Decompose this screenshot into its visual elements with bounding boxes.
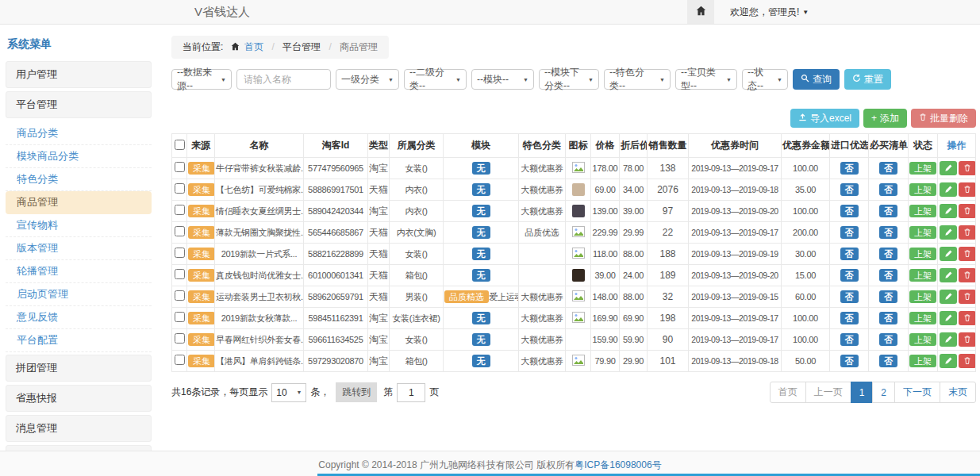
- imported-toggle[interactable]: 否: [840, 162, 859, 175]
- filter-select-4[interactable]: --模块下分类--▼: [539, 69, 599, 90]
- status-badge[interactable]: 上架: [909, 269, 936, 282]
- must-buy-toggle[interactable]: 否: [879, 248, 897, 261]
- sidebar-item-1-4[interactable]: 宣传物料: [6, 214, 152, 237]
- imported-toggle[interactable]: 否: [840, 248, 859, 261]
- status-badge[interactable]: 上架: [909, 248, 936, 261]
- imported-toggle[interactable]: 否: [840, 183, 859, 197]
- row-checkbox[interactable]: [175, 205, 185, 215]
- sidebar-section-2[interactable]: 拼团管理: [6, 355, 152, 382]
- edit-button[interactable]: [940, 290, 957, 304]
- edit-button[interactable]: [940, 268, 957, 282]
- row-checkbox[interactable]: [175, 183, 185, 194]
- filter-select-6[interactable]: --宝贝类型--▼: [675, 69, 737, 90]
- imported-toggle[interactable]: 否: [840, 269, 859, 282]
- sidebar-section-1[interactable]: 平台管理: [6, 91, 152, 118]
- user-menu[interactable]: 欢迎您，管理员! ▼: [730, 6, 809, 19]
- jump-to-button[interactable]: 跳转到: [336, 382, 377, 402]
- imported-toggle[interactable]: 否: [840, 290, 859, 304]
- row-checkbox[interactable]: [175, 290, 185, 301]
- filter-select-5[interactable]: --特色分类--▼: [604, 69, 671, 90]
- row-checkbox[interactable]: [175, 226, 185, 236]
- delete-button[interactable]: [959, 332, 976, 347]
- edit-button[interactable]: [940, 161, 957, 175]
- row-checkbox[interactable]: [175, 269, 185, 279]
- must-buy-toggle[interactable]: 否: [879, 333, 897, 347]
- reset-button[interactable]: 重置: [844, 69, 891, 90]
- edit-button[interactable]: [940, 247, 957, 261]
- must-buy-toggle[interactable]: 否: [879, 355, 897, 368]
- sidebar-item-1-8[interactable]: 意见反馈: [6, 306, 152, 329]
- edit-button[interactable]: [940, 332, 957, 347]
- delete-button[interactable]: [959, 247, 976, 261]
- status-badge[interactable]: 上架: [909, 226, 936, 240]
- row-checkbox[interactable]: [175, 355, 185, 365]
- sidebar-item-1-2[interactable]: 特色分类: [6, 168, 152, 191]
- status-badge[interactable]: 上架: [909, 290, 936, 304]
- must-buy-toggle[interactable]: 否: [879, 269, 897, 282]
- import-excel-button[interactable]: 导入excel: [790, 109, 859, 128]
- batch-delete-button[interactable]: 批量删除: [911, 109, 976, 128]
- status-badge[interactable]: 上架: [909, 333, 936, 347]
- edit-button[interactable]: [940, 354, 957, 368]
- must-buy-toggle[interactable]: 否: [879, 162, 897, 175]
- name-search-input[interactable]: [236, 69, 331, 90]
- add-button[interactable]: + 添加: [863, 109, 907, 128]
- row-checkbox[interactable]: [175, 333, 185, 344]
- delete-button[interactable]: [959, 268, 976, 282]
- status-badge[interactable]: 上架: [909, 355, 936, 368]
- edit-button[interactable]: [940, 225, 957, 240]
- sidebar-item-1-0[interactable]: 商品分类: [6, 122, 152, 145]
- imported-toggle[interactable]: 否: [840, 205, 859, 218]
- sidebar-item-1-5[interactable]: 版本管理: [6, 237, 152, 260]
- delete-button[interactable]: [959, 311, 976, 325]
- imported-toggle[interactable]: 否: [840, 333, 859, 347]
- must-buy-toggle[interactable]: 否: [879, 205, 897, 218]
- pager-button-4[interactable]: 下一页: [894, 382, 940, 403]
- filter-select-2[interactable]: --二级分类--▼: [404, 69, 467, 90]
- row-checkbox[interactable]: [175, 248, 185, 258]
- delete-button[interactable]: [959, 204, 976, 218]
- status-badge[interactable]: 上架: [909, 205, 936, 218]
- filter-select-1[interactable]: 一级分类▼: [336, 69, 399, 90]
- icp-link[interactable]: 粤ICP备16098006号: [575, 459, 661, 470]
- filter-select-3[interactable]: --模块--▼: [471, 69, 534, 90]
- delete-button[interactable]: [959, 354, 976, 368]
- filter-select-source[interactable]: --数据来源--▼: [171, 69, 232, 90]
- delete-button[interactable]: [959, 290, 976, 304]
- page-number-input[interactable]: [397, 383, 425, 402]
- home-button[interactable]: [687, 0, 714, 24]
- sidebar-item-1-7[interactable]: 启动页管理: [6, 283, 152, 306]
- delete-button[interactable]: [959, 161, 976, 175]
- must-buy-toggle[interactable]: 否: [879, 183, 897, 197]
- sidebar-section-3[interactable]: 省惠快报: [6, 385, 152, 412]
- must-buy-toggle[interactable]: 否: [879, 226, 897, 240]
- sidebar-item-1-3[interactable]: 商品管理: [6, 191, 152, 214]
- sidebar-section-4[interactable]: 消息管理: [6, 415, 152, 442]
- row-checkbox[interactable]: [175, 312, 185, 322]
- row-checkbox[interactable]: [175, 162, 185, 172]
- sidebar-item-1-6[interactable]: 轮播管理: [6, 260, 152, 283]
- pager-button-1[interactable]: 上一页: [805, 382, 851, 403]
- pager-button-0[interactable]: 首页: [770, 382, 806, 403]
- status-badge[interactable]: 上架: [909, 183, 936, 197]
- filter-select-7[interactable]: --状态--▼: [742, 69, 788, 90]
- delete-button[interactable]: [959, 225, 976, 240]
- imported-toggle[interactable]: 否: [840, 355, 859, 368]
- status-badge[interactable]: 上架: [909, 162, 936, 175]
- delete-button[interactable]: [959, 182, 976, 197]
- breadcrumb-home-link[interactable]: 首页: [244, 41, 263, 52]
- must-buy-toggle[interactable]: 否: [879, 290, 897, 304]
- sidebar-section-0[interactable]: 用户管理: [6, 61, 152, 88]
- search-button[interactable]: 查询: [793, 69, 840, 90]
- must-buy-toggle[interactable]: 否: [879, 312, 897, 325]
- imported-toggle[interactable]: 否: [840, 226, 859, 240]
- pager-button-5[interactable]: 末页: [940, 382, 976, 403]
- status-badge[interactable]: 上架: [909, 312, 936, 325]
- sidebar-item-1-9[interactable]: 平台配置: [6, 329, 152, 352]
- imported-toggle[interactable]: 否: [840, 312, 859, 325]
- sidebar-item-1-1[interactable]: 模块商品分类: [6, 145, 152, 168]
- edit-button[interactable]: [940, 182, 957, 197]
- select-all-checkbox[interactable]: [175, 140, 185, 150]
- page-size-select[interactable]: 10 ▼: [271, 383, 306, 402]
- edit-button[interactable]: [940, 204, 957, 218]
